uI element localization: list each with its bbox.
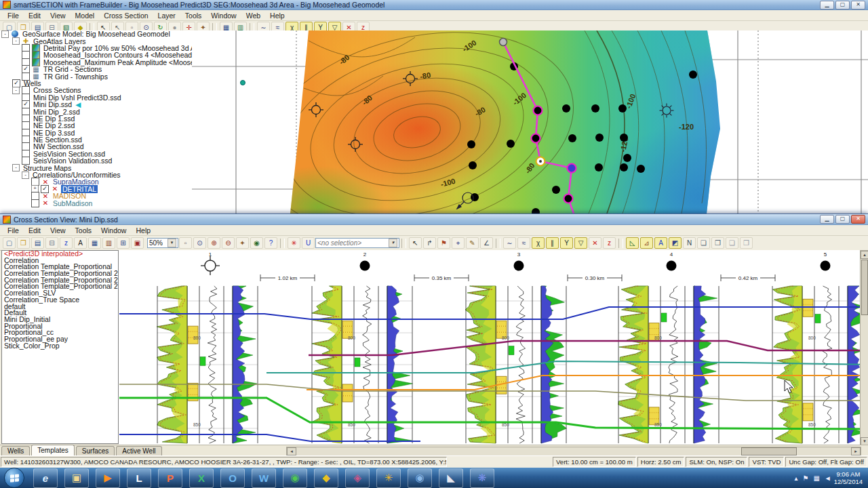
template-item-stick-color-prop[interactable]: Stick_Color_Prop bbox=[2, 343, 118, 350]
main-title-bar[interactable]: smartSECTION with FrameBuilder - Big Moo… bbox=[0, 0, 868, 10]
selection-combo[interactable]: <no selection>▾ bbox=[315, 238, 399, 248]
undo-unit-icon[interactable]: U bbox=[302, 237, 315, 249]
angle-icon[interactable]: ∠ bbox=[480, 237, 493, 249]
main-menu-tools[interactable]: Tools bbox=[180, 11, 207, 20]
main-menu-window[interactable]: Window bbox=[206, 11, 241, 20]
cross-title-bar[interactable]: Cross Section View: Mini Dip.ssd ▁ ▢ ✕ bbox=[0, 214, 868, 225]
globe-shield-icon[interactable]: ◉ bbox=[408, 468, 432, 488]
z-marker-icon[interactable]: z bbox=[603, 237, 616, 249]
tray-flag-icon[interactable]: ⚑ bbox=[802, 474, 808, 482]
main-menu-help[interactable]: Help bbox=[265, 11, 290, 20]
zoom-out-icon[interactable]: ⊖ bbox=[222, 237, 235, 249]
media-player-icon[interactable]: ▶ bbox=[96, 468, 120, 488]
rainbow-prism-icon[interactable]: ◣ bbox=[439, 468, 463, 488]
font-icon[interactable]: A bbox=[74, 237, 87, 249]
well-dot[interactable] bbox=[595, 163, 603, 171]
fill-triangle2-icon[interactable]: ⊿ bbox=[640, 237, 653, 249]
tab-wells[interactable]: Wells bbox=[1, 446, 30, 456]
scroll-right-arrow[interactable]: ▸ bbox=[851, 447, 861, 455]
well-dot[interactable] bbox=[568, 134, 576, 142]
main-menu-web[interactable]: Web bbox=[241, 11, 265, 20]
zoom-box-icon[interactable]: ▫ bbox=[179, 237, 192, 249]
pointer-icon[interactable]: ↖ bbox=[409, 237, 422, 249]
section-path-well[interactable] bbox=[564, 195, 573, 203]
print-icon[interactable]: ⊟ bbox=[45, 237, 58, 249]
well-dot[interactable] bbox=[552, 186, 560, 194]
section-path-well[interactable] bbox=[568, 164, 576, 173]
templates-list[interactable]: <Predict3D interpolated>CorrelationCorre… bbox=[1, 250, 119, 444]
tray-expand-icon[interactable]: ▴ bbox=[794, 474, 797, 482]
well-dot[interactable] bbox=[618, 104, 627, 113]
cross-menu-view[interactable]: View bbox=[45, 226, 71, 235]
pan-hand-icon[interactable]: ✦ bbox=[236, 237, 249, 249]
pencil-icon[interactable]: ✎ bbox=[466, 237, 479, 249]
cross-menu-window[interactable]: Window bbox=[96, 226, 131, 235]
plot-hscrollbar[interactable]: ◂ ▸ bbox=[286, 447, 861, 456]
delete-pick-icon[interactable]: ✕ bbox=[589, 237, 601, 249]
cross-minimize-button[interactable]: ▁ bbox=[820, 215, 834, 224]
z-notes-icon[interactable]: z bbox=[60, 237, 73, 249]
petal-flower-icon[interactable]: ❋ bbox=[470, 468, 494, 488]
track-layout-icon[interactable]: ▦ bbox=[88, 237, 101, 249]
start-button[interactable] bbox=[4, 468, 24, 488]
main-menu-file[interactable]: File bbox=[3, 11, 24, 20]
geomodel-cube-icon[interactable]: ◆ bbox=[314, 468, 338, 488]
tray-network-icon[interactable]: ▦ bbox=[813, 474, 819, 482]
tree-item-madison[interactable]: ✕MADISON bbox=[0, 192, 192, 199]
zoom-in-icon[interactable]: ⊕ bbox=[208, 237, 220, 249]
cross-menu-tools[interactable]: Tools bbox=[71, 226, 97, 235]
paste-icon[interactable]: ❐ bbox=[711, 237, 724, 249]
cross-section-plot[interactable]: 123451.02 km0.35 km0.30 km0.42 km8008508… bbox=[119, 250, 868, 445]
asterisk-icon[interactable]: ✳ bbox=[288, 237, 300, 249]
fill-triangle-icon[interactable]: ◺ bbox=[626, 237, 639, 249]
flag-icon[interactable]: ⚑ bbox=[437, 237, 450, 249]
lync-icon[interactable]: L bbox=[127, 468, 151, 488]
pick-next-icon[interactable]: ↱ bbox=[423, 237, 436, 249]
well-dot[interactable] bbox=[637, 165, 645, 173]
hatch-icon[interactable]: ∥ bbox=[546, 237, 559, 249]
root-expander[interactable]: - bbox=[1, 30, 9, 38]
tree-expander[interactable]: - bbox=[12, 164, 20, 171]
main-menu-view[interactable]: View bbox=[45, 11, 71, 20]
internet-explorer-icon[interactable]: e bbox=[33, 468, 58, 488]
correlate-chi-icon[interactable]: χ bbox=[532, 237, 545, 249]
map-canvas[interactable]: -80-80-80-80-80-100-100-100-100-120-120 bbox=[192, 30, 868, 214]
outlook-icon[interactable]: O bbox=[220, 468, 245, 488]
selection-dropdown-arrow[interactable]: ▾ bbox=[389, 239, 397, 247]
split-icon[interactable]: ⊞ bbox=[117, 237, 130, 249]
annotation-icon[interactable]: A bbox=[654, 237, 667, 249]
well-dot[interactable] bbox=[620, 163, 628, 171]
cross-menu-help[interactable]: Help bbox=[131, 226, 155, 235]
zoom-icon[interactable]: ⊙ bbox=[193, 237, 206, 249]
excel-icon[interactable]: X bbox=[189, 468, 214, 488]
squiggle-icon[interactable]: ∼ bbox=[503, 237, 516, 249]
section-path-well[interactable] bbox=[534, 106, 542, 115]
tree-checkbox[interactable] bbox=[31, 199, 39, 207]
main-menu-layer[interactable]: Layer bbox=[153, 11, 180, 20]
taskbar-clock[interactable]: 9:06 AM 12/5/2014 bbox=[834, 470, 863, 485]
flatten-icon[interactable]: ≈ bbox=[517, 237, 530, 249]
close-button[interactable]: ✕ bbox=[851, 1, 865, 9]
track-pair-icon[interactable]: ▥ bbox=[102, 237, 115, 249]
well-dot[interactable] bbox=[469, 161, 477, 169]
main-menu-model[interactable]: Model bbox=[71, 11, 100, 20]
well-dot[interactable] bbox=[562, 104, 570, 113]
tree-item-label[interactable]: TR Grid - Townships bbox=[42, 73, 109, 81]
well-dot[interactable] bbox=[595, 134, 604, 142]
world-icon[interactable]: ◉ bbox=[250, 237, 263, 249]
windows-explorer-icon[interactable]: ▣ bbox=[64, 468, 89, 488]
cross-close-button[interactable]: ✕ bbox=[851, 215, 865, 224]
minimize-button[interactable]: ▁ bbox=[820, 1, 834, 9]
open-icon[interactable]: ❒ bbox=[17, 237, 30, 249]
maximize-button[interactable]: ▢ bbox=[835, 1, 850, 9]
tree-expander[interactable]: - bbox=[12, 37, 20, 45]
well-dot[interactable] bbox=[591, 104, 599, 113]
zoom-dropdown-arrow[interactable]: ▾ bbox=[167, 239, 176, 247]
polygon-pick-icon[interactable]: ▽ bbox=[574, 237, 587, 249]
plot-vscrollbar[interactable]: ▴ ▾ bbox=[860, 250, 868, 446]
cross-maximize-button[interactable]: ▢ bbox=[835, 215, 850, 224]
zoom-level-select[interactable]: 50%▾ bbox=[147, 238, 178, 248]
cross-menu-edit[interactable]: Edit bbox=[24, 226, 45, 235]
well-dot[interactable] bbox=[689, 70, 697, 79]
scroll-left-arrow[interactable]: ◂ bbox=[287, 447, 296, 455]
